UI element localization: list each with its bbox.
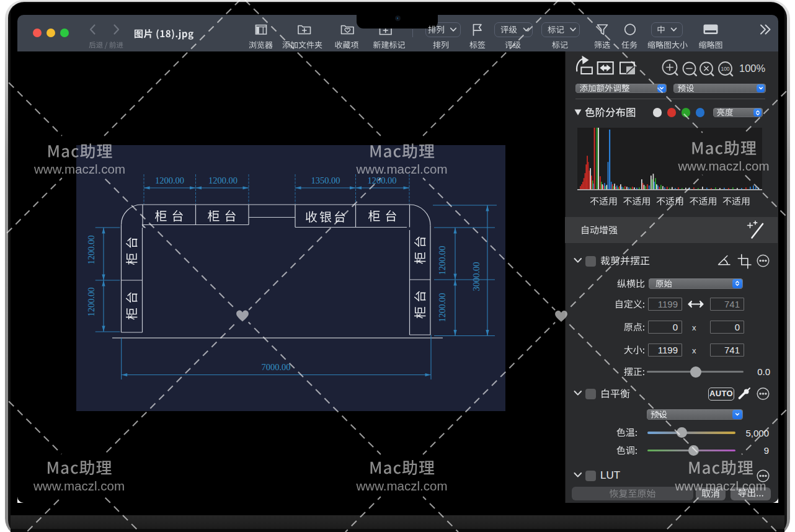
svg-text:www.maczl.com: www.maczl.com — [356, 162, 448, 176]
svg-text:www.maczl.com: www.maczl.com — [356, 479, 448, 493]
svg-text:www.maczl.com: www.maczl.com — [33, 479, 125, 493]
svg-text:www.maczl.com: www.maczl.com — [678, 159, 770, 173]
svg-text:www.maczl.com: www.maczl.com — [675, 479, 766, 493]
svg-text:www.maczl.com: www.maczl.com — [33, 162, 125, 176]
